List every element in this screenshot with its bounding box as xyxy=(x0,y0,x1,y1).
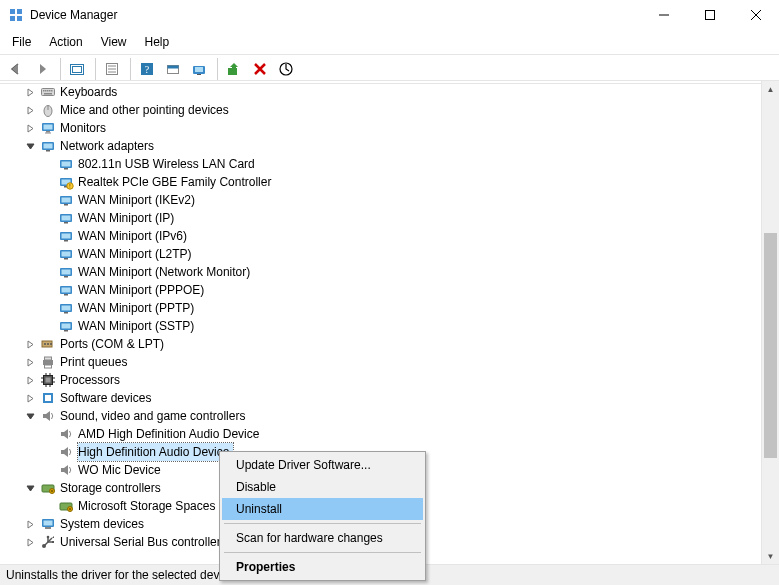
forward-button[interactable] xyxy=(30,57,54,81)
tree-row-label: Storage controllers xyxy=(60,479,165,497)
expand-icon[interactable] xyxy=(26,340,40,349)
maximize-button[interactable] xyxy=(687,0,733,30)
window-title: Device Manager xyxy=(30,8,117,22)
tree-row-label: Mice and other pointing devices xyxy=(60,101,233,119)
tree-row[interactable]: Sound, video and game controllers xyxy=(0,407,761,425)
scroll-down-button[interactable]: ▼ xyxy=(762,548,779,565)
menu-file[interactable]: File xyxy=(4,33,39,51)
expand-icon[interactable] xyxy=(26,538,40,547)
minimize-button[interactable] xyxy=(641,0,687,30)
expand-icon[interactable] xyxy=(26,358,40,367)
uninstall-button[interactable] xyxy=(248,57,272,81)
network-icon xyxy=(58,264,74,280)
svg-rect-61 xyxy=(64,276,68,278)
toolbar-button-5[interactable] xyxy=(161,57,185,81)
tree-row[interactable]: WAN Miniport (IP) xyxy=(0,209,761,227)
tree-row[interactable]: WAN Miniport (IKEv2) xyxy=(0,191,761,209)
svg-rect-37 xyxy=(44,144,53,149)
svg-text:!: ! xyxy=(69,183,70,189)
svg-rect-28 xyxy=(51,90,53,92)
menu-help[interactable]: Help xyxy=(137,33,178,51)
help-button[interactable]: ? xyxy=(135,57,159,81)
tree-row-label: High Definition Audio Device xyxy=(78,443,233,461)
tree-row[interactable]: Processors xyxy=(0,371,761,389)
scan-hardware-button[interactable] xyxy=(274,57,298,81)
tree-row[interactable]: AMD High Definition Audio Device xyxy=(0,425,761,443)
port-icon xyxy=(40,336,56,352)
svg-rect-27 xyxy=(49,90,51,92)
scroll-track[interactable] xyxy=(762,98,779,548)
enable-button[interactable] xyxy=(222,57,246,81)
svg-rect-38 xyxy=(46,150,50,152)
context-menu-item[interactable]: Uninstall xyxy=(222,498,423,520)
usb-icon xyxy=(40,534,56,550)
tree-row[interactable]: WAN Miniport (L2TP) xyxy=(0,245,761,263)
expand-icon[interactable] xyxy=(26,124,40,133)
tree-row[interactable]: Ports (COM & LPT) xyxy=(0,335,761,353)
vertical-scrollbar[interactable]: ▲ ▼ xyxy=(761,81,779,565)
tree-row[interactable]: Monitors xyxy=(0,119,761,137)
tree-row[interactable]: WAN Miniport (Network Monitor) xyxy=(0,263,761,281)
scroll-up-button[interactable]: ▲ xyxy=(762,81,779,98)
back-button[interactable] xyxy=(4,57,28,81)
menu-view[interactable]: View xyxy=(93,33,135,51)
collapse-icon[interactable] xyxy=(26,484,40,493)
svg-rect-48 xyxy=(62,198,71,203)
tree-row[interactable]: WAN Miniport (PPPOE) xyxy=(0,281,761,299)
context-menu-item[interactable]: Disable xyxy=(222,476,423,498)
svg-rect-64 xyxy=(64,294,68,296)
svg-rect-66 xyxy=(62,306,71,311)
tree-row-label: WAN Miniport (PPPOE) xyxy=(78,281,208,299)
svg-rect-79 xyxy=(46,378,51,383)
tree-row-label: WAN Miniport (IP) xyxy=(78,209,178,227)
context-menu-item[interactable]: Update Driver Software... xyxy=(222,454,423,476)
tree-row-label: WO Mic Device xyxy=(78,461,165,479)
svg-rect-97 xyxy=(44,521,53,526)
audio-icon xyxy=(58,444,74,460)
network-icon xyxy=(58,282,74,298)
svg-point-72 xyxy=(44,343,46,345)
audio-icon xyxy=(40,408,56,424)
svg-point-73 xyxy=(47,343,49,345)
tree-row[interactable]: WAN Miniport (PPTP) xyxy=(0,299,761,317)
tree-row[interactable]: WAN Miniport (IPv6) xyxy=(0,227,761,245)
update-driver-button[interactable] xyxy=(187,57,211,81)
context-menu-item[interactable]: Scan for hardware changes xyxy=(222,527,423,549)
storage-icon xyxy=(40,480,56,496)
tree-row[interactable]: Print queues xyxy=(0,353,761,371)
tree-row[interactable]: 802.11n USB Wireless LAN Card xyxy=(0,155,761,173)
expand-icon[interactable] xyxy=(26,376,40,385)
tree-row-label: Software devices xyxy=(60,389,155,407)
context-menu-item[interactable]: Properties xyxy=(222,556,423,578)
context-menu[interactable]: Update Driver Software...DisableUninstal… xyxy=(219,451,426,581)
tree-row-label: Ports (COM & LPT) xyxy=(60,335,168,353)
audio-icon xyxy=(58,462,74,478)
tree-row[interactable]: Network adapters xyxy=(0,137,761,155)
tree-row-label: 802.11n USB Wireless LAN Card xyxy=(78,155,259,173)
show-hidden-button[interactable] xyxy=(65,57,89,81)
tree-row[interactable]: WAN Miniport (SSTP) xyxy=(0,317,761,335)
tree-row-label: Realtek PCIe GBE Family Controller xyxy=(78,173,275,191)
properties-button[interactable] xyxy=(100,57,124,81)
collapse-icon[interactable] xyxy=(26,142,40,151)
tree-row[interactable]: Keyboards xyxy=(0,83,761,101)
menu-action[interactable]: Action xyxy=(41,33,90,51)
tree-row[interactable]: Mice and other pointing devices xyxy=(0,101,761,119)
expand-icon[interactable] xyxy=(26,106,40,115)
expand-icon[interactable] xyxy=(26,394,40,403)
expand-icon[interactable] xyxy=(26,88,40,97)
monitor-icon xyxy=(40,120,56,136)
svg-rect-95 xyxy=(69,508,71,510)
svg-rect-19 xyxy=(195,67,203,72)
tree-row[interactable]: Software devices xyxy=(0,389,761,407)
svg-rect-55 xyxy=(64,240,68,242)
status-text: Uninstalls the driver for the selected d… xyxy=(6,568,238,582)
close-button[interactable] xyxy=(733,0,779,30)
network-icon xyxy=(58,246,74,262)
collapse-icon[interactable] xyxy=(26,412,40,421)
context-menu-separator xyxy=(224,552,421,553)
scroll-thumb[interactable] xyxy=(764,233,777,458)
expand-icon[interactable] xyxy=(26,520,40,529)
tree-row[interactable]: !Realtek PCIe GBE Family Controller xyxy=(0,173,761,191)
svg-rect-1 xyxy=(17,9,22,14)
